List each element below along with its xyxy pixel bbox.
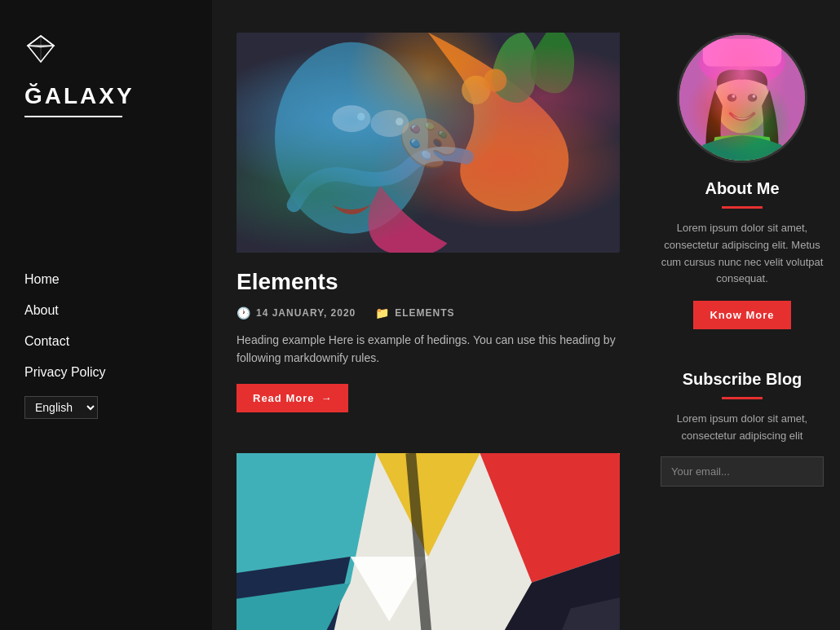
clock-icon: 🕐 (237, 306, 251, 319)
main-content: Elements 🕐 14 JANUARY, 2020 📁 ELEMENTS H… (212, 0, 644, 630)
nav-item-contact[interactable]: Contact (24, 334, 188, 349)
read-more-button-1[interactable]: Read More → (237, 384, 348, 412)
svg-point-16 (396, 117, 403, 125)
mural-art-image (237, 33, 620, 253)
svg-rect-17 (237, 453, 620, 630)
about-me-title: About Me (661, 179, 824, 198)
abstract-art-image (237, 453, 620, 630)
article-excerpt-1: Heading example Here is example of hedin… (237, 331, 620, 368)
logo-area: ĞALAXY (24, 33, 188, 117)
subscribe-widget: Subscribe Blog Lorem ipsum dolor sit ame… (661, 370, 824, 487)
language-selector[interactable]: English French Spanish German (24, 396, 98, 419)
svg-point-20 (699, 39, 785, 86)
article-card-2 (237, 453, 620, 630)
svg-point-13 (462, 76, 490, 104)
svg-point-12 (371, 110, 409, 137)
svg-rect-21 (703, 39, 781, 67)
article-date-1: 🕐 14 JANUARY, 2020 (237, 306, 356, 319)
svg-rect-18 (405, 453, 435, 630)
svg-point-26 (753, 95, 756, 98)
subscribe-email-input[interactable] (661, 456, 824, 487)
sidebar: ĞALAXY Home About Contact Privacy Policy… (0, 0, 212, 630)
nav-item-about[interactable]: About (24, 303, 188, 318)
svg-point-10 (275, 42, 428, 234)
subscribe-title: Subscribe Blog (661, 370, 824, 389)
subscribe-title-underline (722, 397, 763, 399)
right-sidebar: About Me Lorem ipsum dolor sit amet, con… (644, 0, 840, 630)
logo-underline (24, 116, 122, 117)
svg-point-25 (732, 95, 735, 98)
article-category-1: 📁 ELEMENTS (375, 306, 454, 319)
logo-title: ĞALAXY (24, 83, 188, 109)
nav-item-privacy[interactable]: Privacy Policy (24, 365, 188, 380)
folder-icon: 📁 (375, 306, 390, 319)
avatar (677, 33, 807, 163)
arrow-icon: → (321, 392, 332, 404)
article-card-1: Elements 🕐 14 JANUARY, 2020 📁 ELEMENTS H… (237, 33, 620, 412)
about-widget: About Me Lorem ipsum dolor sit amet, con… (661, 33, 824, 329)
article-meta-1: 🕐 14 JANUARY, 2020 📁 ELEMENTS (237, 306, 620, 319)
know-more-button[interactable]: Know More (693, 301, 790, 329)
about-title-underline (722, 206, 763, 209)
svg-point-14 (484, 69, 506, 92)
navigation-menu: Home About Contact Privacy Policy (24, 272, 188, 380)
article-image-2 (237, 453, 620, 630)
svg-rect-9 (237, 33, 620, 253)
svg-point-22 (714, 70, 769, 133)
svg-point-24 (748, 94, 758, 102)
article-title-1: Elements (237, 269, 620, 295)
about-me-text: Lorem ipsum dolor sit amet, consectetur … (661, 220, 824, 288)
svg-point-23 (727, 94, 737, 102)
article-image-1 (237, 33, 620, 253)
subscribe-text: Lorem ipsum dolor sit amet, consectetur … (661, 411, 824, 445)
svg-point-11 (333, 105, 371, 132)
diamond-icon (24, 33, 188, 75)
nav-item-home[interactable]: Home (24, 272, 188, 287)
svg-rect-19 (679, 35, 805, 161)
svg-point-15 (357, 113, 365, 121)
svg-rect-8 (237, 33, 620, 253)
